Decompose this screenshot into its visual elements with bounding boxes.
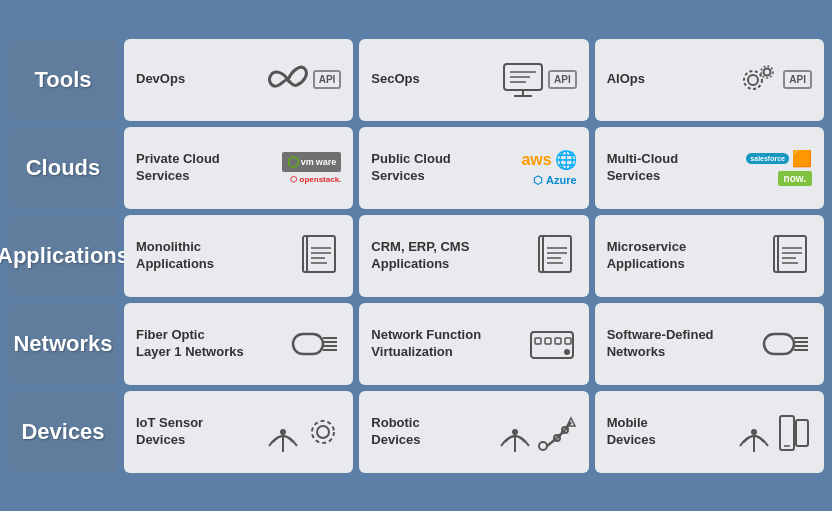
svg-rect-23 — [778, 236, 806, 272]
public-cloud-label: Public CloudServices — [371, 151, 450, 185]
aiops-label: AIOps — [607, 71, 645, 88]
svg-rect-28 — [293, 334, 323, 354]
aws-logo: aws — [521, 151, 551, 169]
svg-line-52 — [557, 430, 565, 438]
svg-rect-35 — [545, 338, 551, 344]
secops-icons: API — [502, 62, 577, 98]
antenna-icon-iot — [265, 412, 301, 452]
mobile-icons — [736, 412, 812, 452]
office-logo: 🟧 — [792, 149, 812, 168]
main-grid: Tools DevOps API SecOps — [8, 39, 824, 473]
gcloud-logo: 🌐 — [555, 149, 577, 171]
svg-point-8 — [764, 68, 771, 75]
cell-sdn: Software-DefinedNetworks — [595, 303, 824, 385]
multi-cloud-label: Multi-CloudServices — [607, 151, 678, 185]
document-icon-monolithic — [297, 234, 341, 278]
document-icon-crm — [533, 234, 577, 278]
iot-label: IoT SensorDevices — [136, 415, 203, 449]
cell-microservice: MicroserviceApplications — [595, 215, 824, 297]
antenna-icon-robotic — [497, 412, 533, 452]
network-icon-nfv — [527, 324, 577, 364]
svg-point-7 — [744, 71, 762, 89]
cell-mobile: MobileDevices — [595, 391, 824, 473]
gear-icon-iot — [305, 414, 341, 450]
infinity-icon — [267, 65, 309, 95]
networks-row: Networks Fiber OpticLayer 1 Networks Net… — [8, 303, 824, 385]
api-icon-secops: API — [548, 70, 577, 89]
applications-cells: MonolithicApplications CRM, ERP, CMSAppl… — [124, 215, 824, 297]
vmware-logo: ⬡vmware — [282, 152, 342, 172]
salesforce-logo: salesforce — [746, 153, 789, 164]
sdn-label: Software-DefinedNetworks — [607, 327, 714, 361]
public-cloud-logos: aws 🌐 ⬡ Azure — [521, 149, 576, 187]
cell-devops: DevOps API — [124, 39, 353, 121]
document-icon-micro — [768, 234, 812, 278]
cell-monolithic: MonolithicApplications — [124, 215, 353, 297]
clouds-row: Clouds Private CloudServices ⬡vmware ⬡ o… — [8, 127, 824, 209]
tools-label: Tools — [8, 39, 118, 121]
robotic-icons — [497, 412, 577, 452]
microservice-label: MicroserviceApplications — [607, 239, 687, 273]
openstack-logo: ⬡ openstack. — [290, 175, 341, 184]
cell-fiber: Fiber OpticLayer 1 Networks — [124, 303, 353, 385]
tools-row: Tools DevOps API SecOps — [8, 39, 824, 121]
svg-rect-17 — [543, 236, 571, 272]
multi-cloud-logos: salesforce 🟧 now. — [746, 149, 812, 186]
cell-iot: IoT SensorDevices — [124, 391, 353, 473]
svg-rect-11 — [307, 236, 335, 272]
cell-nfv: Network FunctionVirtualization — [359, 303, 588, 385]
iot-icons — [265, 412, 341, 452]
svg-rect-39 — [764, 334, 794, 354]
monitor-icon — [502, 62, 544, 98]
svg-point-47 — [312, 421, 334, 443]
cell-multi-cloud: Multi-CloudServices salesforce 🟧 now. — [595, 127, 824, 209]
devices-label: Devices — [8, 391, 118, 473]
devops-icons: API — [267, 65, 342, 95]
crm-label: CRM, ERP, CMSApplications — [371, 239, 469, 273]
svg-rect-36 — [555, 338, 561, 344]
fiber-label: Fiber OpticLayer 1 Networks — [136, 327, 244, 361]
svg-rect-34 — [535, 338, 541, 344]
cell-secops: SecOps API — [359, 39, 588, 121]
tools-cells: DevOps API SecOps — [124, 39, 824, 121]
robot-icon — [537, 412, 577, 452]
svg-point-38 — [564, 349, 570, 355]
cell-private-cloud: Private CloudServices ⬡vmware ⬡ openstac… — [124, 127, 353, 209]
svg-rect-60 — [796, 420, 808, 446]
devices-cells: IoT SensorDevices — [124, 391, 824, 473]
devops-label: DevOps — [136, 71, 185, 88]
robotic-label: RoboticDevices — [371, 415, 420, 449]
mobile-label: MobileDevices — [607, 415, 656, 449]
cell-robotic: RoboticDevices — [359, 391, 588, 473]
svg-rect-37 — [565, 338, 571, 344]
svg-point-46 — [317, 426, 329, 438]
gear-icon-aiops — [735, 62, 779, 98]
svg-point-45 — [280, 429, 286, 435]
networks-cells: Fiber OpticLayer 1 Networks Network Func… — [124, 303, 824, 385]
networks-label: Networks — [8, 303, 118, 385]
aiops-icons: API — [735, 62, 812, 98]
clouds-label: Clouds — [8, 127, 118, 209]
now-logo: now. — [778, 171, 812, 186]
applications-label: Applications — [8, 215, 118, 297]
applications-row: Applications MonolithicApplications CRM,… — [8, 215, 824, 297]
svg-point-49 — [512, 429, 518, 435]
svg-point-50 — [539, 442, 547, 450]
private-cloud-label: Private CloudServices — [136, 151, 220, 185]
cell-crm: CRM, ERP, CMSApplications — [359, 215, 588, 297]
svg-point-6 — [748, 75, 758, 85]
svg-point-58 — [751, 429, 757, 435]
phone-icon — [776, 412, 812, 452]
api-icon-aiops: API — [783, 70, 812, 89]
cell-public-cloud: Public CloudServices aws 🌐 ⬡ Azure — [359, 127, 588, 209]
cable-icon-fiber — [291, 326, 341, 362]
antenna-icon-mobile — [736, 412, 772, 452]
nfv-label: Network FunctionVirtualization — [371, 327, 481, 361]
cable-icon-sdn — [762, 326, 812, 362]
monolithic-label: MonolithicApplications — [136, 239, 214, 273]
azure-logo: ⬡ Azure — [533, 174, 576, 187]
devices-row: Devices IoT SensorDevices — [8, 391, 824, 473]
secops-label: SecOps — [371, 71, 419, 88]
svg-rect-59 — [780, 416, 794, 450]
clouds-cells: Private CloudServices ⬡vmware ⬡ openstac… — [124, 127, 824, 209]
